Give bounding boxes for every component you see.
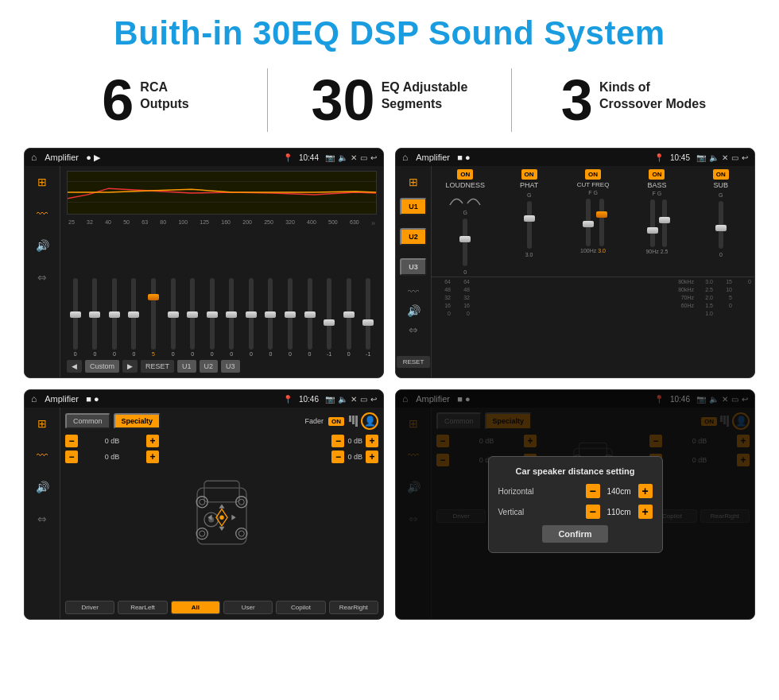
slider-thumb-2[interactable] <box>109 311 120 318</box>
db-plus-3[interactable]: + <box>366 435 378 447</box>
sub-slider-thumb[interactable] <box>715 225 727 231</box>
cutfreq-f-thumb[interactable] <box>583 221 594 227</box>
db-minus-4[interactable]: − <box>331 451 344 463</box>
eq-icon-3[interactable]: ⊞ <box>34 414 50 433</box>
speaker-icon[interactable]: 🔊 <box>33 236 52 255</box>
wave-icon[interactable]: 〰 <box>33 204 51 223</box>
slider-thumb-1[interactable] <box>89 311 100 318</box>
u2-side-btn[interactable]: U2 <box>400 228 427 246</box>
cutfreq-g-track[interactable] <box>599 199 604 246</box>
bass-g-thumb[interactable] <box>659 217 670 223</box>
phat-slider-thumb[interactable] <box>524 215 535 222</box>
cross-reset-btn[interactable]: RESET <box>397 356 431 368</box>
vertical-plus[interactable]: + <box>638 505 653 519</box>
slider-track-9[interactable] <box>249 278 254 350</box>
slider-thumb-14[interactable] <box>343 311 355 318</box>
speaker-icon-2[interactable]: 🔊 <box>404 301 424 320</box>
phat-slider-track[interactable] <box>527 201 532 249</box>
slider-track-5[interactable] <box>171 278 176 350</box>
loudness-slider-thumb[interactable] <box>459 236 471 242</box>
slider-thumb-3[interactable] <box>128 311 139 318</box>
driver-btn[interactable]: Driver <box>65 601 114 614</box>
back-icon-2[interactable]: ↩ <box>742 153 748 162</box>
u1-btn[interactable]: U1 <box>177 360 196 373</box>
confirm-button[interactable]: Confirm <box>542 525 607 543</box>
slider-thumb-12[interactable] <box>304 311 316 318</box>
slider-thumb-6[interactable] <box>187 311 198 318</box>
slider-thumb-9[interactable] <box>246 311 257 318</box>
next-btn[interactable]: ▶ <box>122 360 138 373</box>
slider-thumb-5[interactable] <box>168 311 179 318</box>
cutfreq-toggle[interactable]: ON <box>585 169 601 180</box>
wave-icon-3[interactable]: 〰 <box>33 446 51 465</box>
home-icon-3[interactable]: ⌂ <box>31 393 37 404</box>
bass-g-track[interactable] <box>662 199 667 247</box>
fader-on-badge[interactable]: ON <box>328 417 344 426</box>
slider-thumb-13[interactable] <box>324 319 335 326</box>
slider-track-8[interactable] <box>229 278 234 350</box>
slider-track-13[interactable] <box>327 278 331 350</box>
db-minus-2[interactable]: − <box>65 451 78 463</box>
slider-thumb-8[interactable] <box>226 311 237 318</box>
wave-icon-2[interactable]: 〰 <box>405 282 422 301</box>
slider-track-11[interactable] <box>288 278 293 350</box>
speaker-icon-3[interactable]: 🔊 <box>33 478 52 497</box>
sub-slider-track[interactable] <box>719 201 723 249</box>
arrows-icon-3[interactable]: ⇔ <box>34 509 50 528</box>
u1-side-btn[interactable]: U1 <box>400 198 427 215</box>
bass-toggle[interactable]: ON <box>649 169 665 180</box>
slider-track-2[interactable] <box>112 278 117 350</box>
back-icon-1[interactable]: ↩ <box>370 153 377 162</box>
user-btn[interactable]: User <box>223 601 273 614</box>
slider-thumb-4[interactable] <box>148 294 159 300</box>
loudness-toggle[interactable]: ON <box>457 169 473 180</box>
rearright-btn[interactable]: RearRight <box>329 601 378 614</box>
db-plus-2[interactable]: + <box>146 451 159 463</box>
u2-btn[interactable]: U2 <box>200 360 219 373</box>
arrows-icon-2[interactable]: ⇔ <box>405 320 421 339</box>
prev-btn[interactable]: ◀ <box>67 360 82 373</box>
slider-track-4[interactable] <box>151 278 156 350</box>
phat-toggle[interactable]: ON <box>521 169 537 180</box>
slider-thumb-7[interactable] <box>207 311 218 318</box>
all-btn[interactable]: All <box>171 601 220 614</box>
slider-track-14[interactable] <box>347 278 351 350</box>
horizontal-minus[interactable]: − <box>586 484 600 498</box>
cutfreq-f-track[interactable] <box>586 199 591 246</box>
horizontal-plus[interactable]: + <box>638 484 653 498</box>
slider-track-1[interactable] <box>92 278 97 350</box>
tab-common[interactable]: Common <box>65 413 110 429</box>
slider-thumb-15[interactable] <box>362 319 374 326</box>
slider-track-6[interactable] <box>190 278 195 350</box>
slider-track-10[interactable] <box>268 278 273 350</box>
u3-side-btn[interactable]: U3 <box>400 258 427 276</box>
slider-track-12[interactable] <box>308 278 312 350</box>
vertical-minus[interactable]: − <box>586 505 600 519</box>
home-icon-2[interactable]: ⌂ <box>402 152 408 163</box>
back-icon-3[interactable]: ↩ <box>370 395 377 404</box>
slider-track-7[interactable] <box>210 278 215 350</box>
cutfreq-g-thumb[interactable] <box>596 211 607 218</box>
slider-thumb-10[interactable] <box>265 311 276 318</box>
tab-specialty[interactable]: Specialty <box>114 413 161 429</box>
db-plus-4[interactable]: + <box>366 451 378 463</box>
copilot-btn[interactable]: Copilot <box>276 601 325 614</box>
home-icon-1[interactable]: ⌂ <box>31 152 37 163</box>
reset-btn[interactable]: RESET <box>141 360 174 373</box>
slider-track-3[interactable] <box>131 278 136 350</box>
rearleft-btn[interactable]: RearLeft <box>118 601 167 614</box>
slider-thumb-11[interactable] <box>285 311 296 318</box>
eq-icon-2[interactable]: ⊞ <box>405 172 421 191</box>
sub-toggle[interactable]: ON <box>713 169 729 180</box>
eq-icon[interactable]: ⊞ <box>34 172 50 191</box>
bass-f-track[interactable] <box>650 199 655 247</box>
bass-f-thumb[interactable] <box>647 227 658 234</box>
db-plus-1[interactable]: + <box>146 435 159 447</box>
slider-track-15[interactable] <box>366 278 370 350</box>
db-minus-1[interactable]: − <box>65 435 78 447</box>
arrows-icon[interactable]: ⇔ <box>34 268 50 287</box>
loudness-slider-track[interactable] <box>463 219 467 266</box>
person-icon[interactable]: 👤 <box>361 412 378 430</box>
slider-thumb-0[interactable] <box>70 311 81 318</box>
u3-btn[interactable]: U3 <box>221 360 240 373</box>
